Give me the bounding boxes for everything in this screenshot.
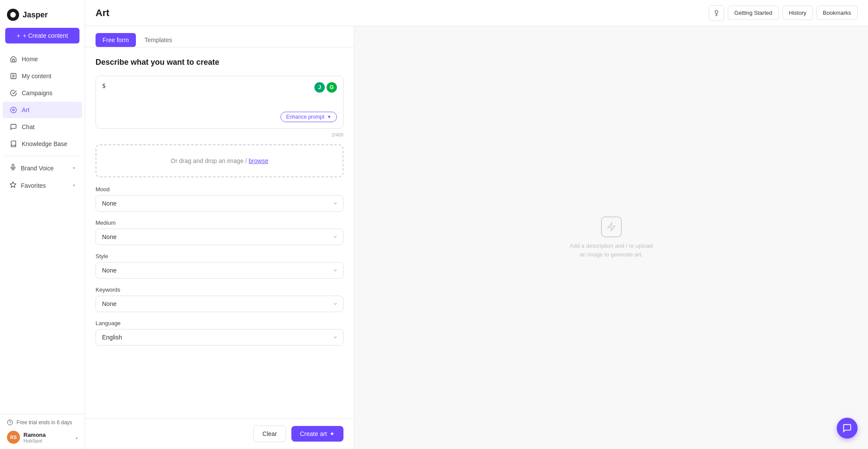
sidebar-item-home-label: Home	[22, 56, 38, 63]
drag-drop-text: Or drag and drop an image /	[171, 157, 249, 164]
mood-field-group: Mood None	[96, 186, 343, 212]
create-art-label: Create art	[300, 430, 327, 437]
sidebar-item-knowledge-base-label: Knowledge Base	[22, 140, 67, 147]
create-content-label: + Create content	[23, 32, 68, 39]
sidebar-item-favorites-label: Favorites	[21, 182, 46, 189]
grammarly-icon: G	[327, 82, 337, 93]
form-area: Describe what you want to create $ J G E…	[85, 47, 354, 418]
logo-icon	[7, 9, 19, 21]
user-org: HubSpot	[23, 438, 46, 443]
drag-drop-area[interactable]: Or drag and drop an image / browse	[96, 144, 343, 177]
bookmarks-button[interactable]: Bookmarks	[816, 6, 858, 20]
sidebar-item-chat-label: Chat	[22, 123, 35, 130]
sidebar-item-brand-voice-label: Brand Voice	[21, 165, 54, 172]
chat-bubble-button[interactable]	[837, 418, 858, 439]
create-content-plus: +	[17, 32, 20, 39]
wand-icon: ✦	[327, 114, 331, 120]
sidebar-item-brand-voice[interactable]: Brand Voice ▾	[3, 160, 82, 176]
book-icon	[10, 140, 17, 148]
style-select[interactable]: None	[96, 262, 343, 279]
medium-select[interactable]: None	[96, 229, 343, 245]
sidebar: Jasper + + Create content Home My conten…	[0, 0, 85, 449]
prompt-box: $ J G Enhance prompt ✦	[96, 76, 343, 129]
nav-divider	[5, 156, 79, 156]
svg-marker-12	[607, 223, 615, 231]
main-area: Art Getting Started History Bookmarks Fr…	[85, 0, 868, 449]
sidebar-item-campaigns[interactable]: Campaigns	[3, 85, 82, 101]
keywords-field-group: Keywords None	[96, 286, 343, 312]
trial-notice: Free trial ends in 6 days	[7, 419, 78, 426]
sidebar-item-home[interactable]: Home	[3, 51, 82, 67]
sidebar-item-favorites[interactable]: Favorites ▾	[3, 177, 82, 194]
browse-link[interactable]: browse	[249, 157, 268, 164]
home-icon	[10, 55, 17, 63]
keywords-label: Keywords	[96, 286, 343, 293]
user-profile[interactable]: RS Ramona HubSpot ▴	[7, 431, 78, 444]
sidebar-item-art[interactable]: Art	[3, 102, 82, 118]
language-field-group: Language English	[96, 320, 343, 346]
trial-notice-text: Free trial ends in 6 days	[17, 419, 72, 426]
tab-templates[interactable]: Templates	[138, 33, 179, 47]
sidebar-item-knowledge-base[interactable]: Knowledge Base	[3, 136, 82, 152]
content-area: Free form Templates Describe what you wa…	[85, 26, 868, 449]
svg-marker-8	[10, 182, 16, 187]
bottom-bar: Clear Create art ✦	[85, 418, 354, 449]
language-select[interactable]: English	[96, 329, 343, 346]
right-panel: Add a description and / or upload an ima…	[354, 26, 868, 449]
chat-nav-icon	[10, 123, 17, 131]
history-button[interactable]: History	[782, 6, 813, 20]
tab-free-form[interactable]: Free form	[96, 33, 136, 47]
section-title: Describe what you want to create	[96, 58, 343, 67]
art-placeholder: Add a description and / or upload an ima…	[568, 216, 655, 259]
enhance-prompt-button[interactable]: Enhance prompt ✦	[281, 112, 337, 122]
left-panel: Free form Templates Describe what you wa…	[85, 26, 354, 449]
art-placeholder-text: Add a description and / or upload an ima…	[568, 242, 655, 259]
svg-point-0	[10, 12, 16, 18]
tabs: Free form Templates	[85, 26, 354, 47]
enhance-prompt-label: Enhance prompt	[286, 114, 324, 120]
style-field-group: Style None	[96, 253, 343, 279]
svg-point-6	[13, 109, 14, 111]
create-content-button[interactable]: + + Create content	[5, 28, 79, 43]
lightbulb-button[interactable]	[709, 5, 724, 21]
sidebar-bottom: Free trial ends in 6 days RS Ramona HubS…	[0, 414, 85, 449]
clear-button[interactable]: Clear	[253, 426, 286, 442]
chevron-down-icon: ▾	[73, 166, 75, 170]
medium-field-group: Medium None	[96, 220, 343, 245]
keywords-select[interactable]: None	[96, 296, 343, 312]
avatar: RS	[7, 431, 20, 444]
sidebar-item-my-content[interactable]: My content	[3, 68, 82, 84]
mood-select[interactable]: None	[96, 195, 343, 212]
logo: Jasper	[0, 0, 85, 28]
style-label: Style	[96, 253, 343, 259]
char-count: 2/400	[96, 132, 343, 137]
sidebar-item-campaigns-label: Campaigns	[22, 90, 53, 96]
svg-point-10	[715, 10, 718, 13]
prompt-input[interactable]: $	[102, 82, 314, 108]
megaphone-icon	[10, 89, 17, 97]
app-name: Jasper	[23, 10, 48, 20]
medium-label: Medium	[96, 220, 343, 226]
lightning-icon	[601, 216, 622, 237]
sidebar-item-art-label: Art	[22, 106, 30, 113]
user-chevron-icon: ▴	[76, 435, 78, 440]
mic-icon	[10, 164, 17, 172]
chevron-down-icon-2: ▾	[73, 183, 75, 188]
create-art-button[interactable]: Create art ✦	[291, 426, 343, 442]
star-icon	[10, 181, 17, 190]
user-name: Ramona	[23, 432, 46, 438]
getting-started-button[interactable]: Getting Started	[728, 6, 779, 20]
file-icon	[10, 72, 17, 80]
sidebar-item-chat[interactable]: Chat	[3, 119, 82, 135]
mood-label: Mood	[96, 186, 343, 193]
topbar: Art Getting Started History Bookmarks	[85, 0, 868, 26]
topbar-actions: Getting Started History Bookmarks	[709, 5, 858, 21]
jasper-icon: J	[314, 82, 325, 93]
sparkle-icon: ✦	[330, 430, 335, 437]
sidebar-item-my-content-label: My content	[22, 73, 51, 80]
art-icon	[10, 106, 17, 114]
page-title: Art	[96, 7, 109, 19]
sidebar-nav: Home My content Campaigns Art Chat	[0, 50, 85, 414]
svg-point-5	[10, 107, 16, 113]
language-label: Language	[96, 320, 343, 326]
